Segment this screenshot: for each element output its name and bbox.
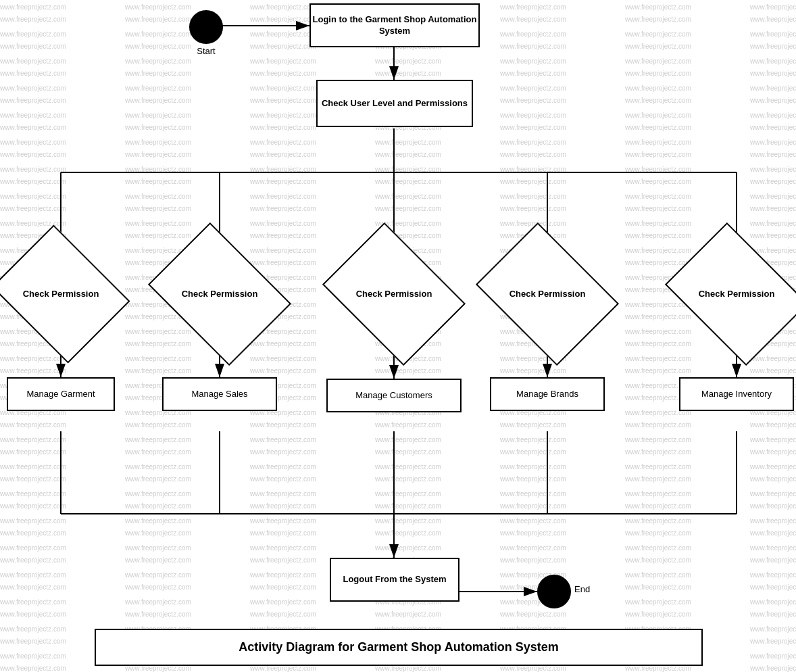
diamond-3: Check Permission <box>337 250 451 338</box>
diamond-2: Check Permission <box>162 250 277 338</box>
end-label: End <box>574 584 601 594</box>
manage-sales-box: Manage Sales <box>162 377 277 411</box>
diamond-4: Check Permission <box>490 250 605 338</box>
login-label: Login to the Garment Shop Automation Sys… <box>311 14 478 37</box>
diamond-4-label: Check Permission <box>509 289 586 300</box>
end-circle <box>537 575 571 608</box>
manage-garment-label: Manage Garment <box>26 389 95 400</box>
check-user-box: Check User Level and Permissions <box>316 80 473 127</box>
manage-inventory-label: Manage Inventory <box>701 389 772 400</box>
diamond-1: Check Permission <box>7 250 115 338</box>
logout-box: Logout From the System <box>330 558 459 602</box>
diamond-1-label: Check Permission <box>23 289 99 300</box>
login-box: Login to the Garment Shop Automation Sys… <box>309 3 480 47</box>
diamond-5: Check Permission <box>679 250 794 338</box>
diamond-3-label: Check Permission <box>356 289 432 300</box>
diagram-area: Start Login to the Garment Shop Automati… <box>0 0 796 672</box>
title-box: Activity Diagram for Garment Shop Automa… <box>95 629 703 666</box>
manage-inventory-box: Manage Inventory <box>679 377 794 411</box>
manage-sales-label: Manage Sales <box>191 389 247 400</box>
start-label: Start <box>188 46 224 56</box>
logout-label: Logout From the System <box>343 574 446 585</box>
manage-customers-label: Manage Customers <box>355 390 432 402</box>
start-circle <box>189 10 223 44</box>
diagram-title: Activity Diagram for Garment Shop Automa… <box>239 640 558 654</box>
manage-garment-box: Manage Garment <box>7 377 115 411</box>
manage-customers-box: Manage Customers <box>326 379 462 412</box>
manage-brands-box: Manage Brands <box>490 377 605 411</box>
manage-brands-label: Manage Brands <box>516 389 578 400</box>
diamond-5-label: Check Permission <box>699 289 775 300</box>
diamond-2-label: Check Permission <box>182 289 258 300</box>
check-user-label: Check User Level and Permissions <box>322 98 468 110</box>
